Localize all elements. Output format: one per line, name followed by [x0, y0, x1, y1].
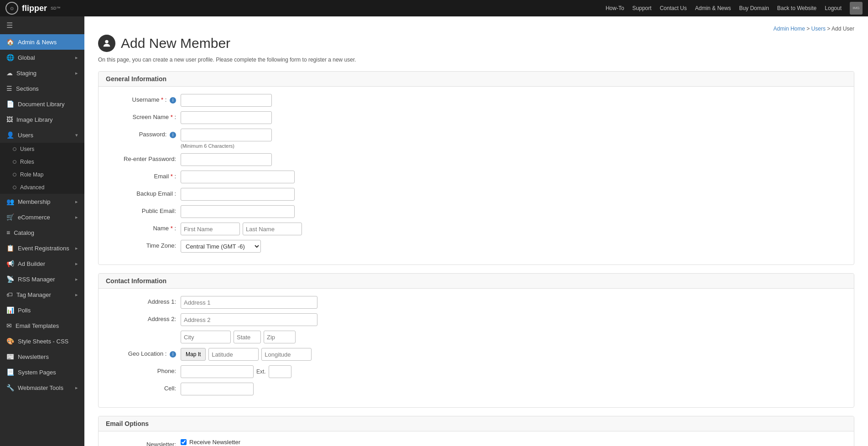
newsletter-row: Newsletter: Receive Newsletter [108, 439, 845, 446]
password-input[interactable] [181, 129, 272, 141]
phone-ext-input[interactable] [269, 365, 291, 378]
address2-input[interactable] [181, 313, 317, 326]
password-info-icon[interactable]: i [170, 132, 176, 138]
state-input[interactable] [234, 331, 261, 343]
admin-news-icon: 🏠 [6, 38, 14, 46]
page-title-area: Add New Member [98, 35, 854, 52]
sidebar-item-event-registrations[interactable]: 📋 Event Registrations ▸ [0, 240, 84, 256]
sidebar-item-tag-manager[interactable]: 🏷 Tag Manager ▸ [0, 287, 84, 302]
sidebar-item-users[interactable]: 👤 Users ▾ [0, 127, 84, 143]
sidebar-item-newsletters[interactable]: 📰 Newsletters [0, 349, 84, 364]
nav-admin-news[interactable]: Admin & News [695, 5, 731, 11]
email-options-heading: Email Options [99, 416, 854, 431]
sidebar-label-ad-builder: Ad Builder [18, 260, 45, 267]
breadcrumb-add-user: Add User [832, 26, 854, 32]
ecommerce-icon: 🛒 [6, 213, 14, 221]
sidebar-item-webmaster-tools[interactable]: 🔧 Webmaster Tools ▸ [0, 380, 84, 395]
membership-arrow: ▸ [75, 199, 78, 205]
sidebar-item-admin-news[interactable]: 🏠 Admin & News [0, 34, 84, 50]
phone-input[interactable] [181, 365, 254, 378]
contact-info-body: Address 1: Address 2: [99, 289, 854, 407]
city-state-zip-row [108, 331, 845, 343]
newsletter-label: Newsletter: [108, 439, 181, 446]
global-icon: 🌐 [6, 54, 14, 61]
sidebar-item-document-library[interactable]: 📄 Document Library [0, 96, 84, 112]
sidebar-item-polls[interactable]: 📊 Polls [0, 302, 84, 318]
sidebar-item-ad-builder[interactable]: 📢 Ad Builder ▸ [0, 256, 84, 271]
username-row: Username * : i [108, 94, 845, 107]
sidebar-label-newsletters: Newsletters [18, 353, 49, 360]
staging-icon: ☁ [6, 69, 13, 77]
event-registrations-arrow: ▸ [75, 245, 78, 251]
address1-row: Address 1: [108, 296, 845, 309]
sidebar-item-membership[interactable]: 👥 Membership ▸ [0, 194, 84, 209]
tag-manager-arrow: ▸ [75, 292, 78, 298]
nav-how-to[interactable]: How-To [606, 5, 624, 11]
sidebar-label-style-sheets: Style Sheets - CSS [18, 338, 68, 345]
sidebar-item-global[interactable]: 🌐 Global ▸ [0, 50, 84, 65]
breadcrumb-users[interactable]: Users [811, 26, 826, 32]
backup-email-label: Backup Email : [108, 188, 181, 197]
sidebar-sub-advanced[interactable]: Advanced [0, 181, 84, 194]
address1-input[interactable] [181, 296, 317, 309]
staging-arrow: ▸ [75, 70, 78, 76]
tag-manager-icon: 🏷 [6, 291, 13, 298]
nav-contact-us[interactable]: Contact Us [660, 5, 686, 11]
sidebar-sub-users[interactable]: Users [0, 143, 84, 156]
username-required: * [161, 96, 163, 103]
sidebar-sub-roles[interactable]: Roles [0, 156, 84, 168]
zip-input[interactable] [264, 331, 296, 343]
username-label: Username * : i [108, 94, 181, 104]
phone-label: Phone: [108, 365, 181, 374]
username-input[interactable] [181, 94, 272, 107]
sidebar-item-catalog[interactable]: ≡ Catalog [0, 225, 84, 240]
newsletter-checkbox-label[interactable]: Receive Newsletter [181, 439, 240, 446]
system-pages-icon: 📃 [6, 368, 14, 376]
sidebar-label-webmaster-tools: Webmaster Tools [18, 384, 63, 391]
role-map-dot [13, 173, 16, 176]
reenter-password-input[interactable] [181, 153, 272, 166]
sidebar-label-staging: Staging [16, 70, 36, 77]
nav-buy-domain[interactable]: Buy Domain [739, 5, 769, 11]
sidebar-item-staging[interactable]: ☁ Staging ▸ [0, 65, 84, 81]
logo-text: flipper [22, 4, 47, 13]
backup-email-input[interactable] [181, 188, 295, 201]
sidebar-item-system-pages[interactable]: 📃 System Pages [0, 364, 84, 380]
cell-input[interactable] [181, 383, 254, 395]
sidebar-item-style-sheets[interactable]: 🎨 Style Sheets - CSS [0, 333, 84, 349]
sidebar-item-rss-manager[interactable]: 📡 RSS Manager ▸ [0, 271, 84, 287]
sidebar-label-event-registrations: Event Registrations [18, 245, 69, 252]
screen-name-input[interactable] [181, 111, 272, 124]
sidebar-label-rss-manager: RSS Manager [18, 276, 55, 283]
nav-logout[interactable]: Logout [825, 5, 842, 11]
first-name-input[interactable] [181, 223, 240, 235]
hamburger-icon[interactable]: ☰ [0, 16, 84, 34]
sidebar-label-catalog: Catalog [14, 229, 34, 236]
nav-support[interactable]: Support [632, 5, 651, 11]
city-input[interactable] [181, 331, 231, 343]
style-sheets-icon: 🎨 [6, 337, 14, 345]
username-info-icon[interactable]: i [170, 97, 176, 104]
newsletter-checkbox[interactable] [181, 439, 187, 445]
cell-row: Cell: [108, 383, 845, 395]
screen-name-required: * [171, 114, 173, 120]
sidebar-item-ecommerce[interactable]: 🛒 eCommerce ▸ [0, 209, 84, 225]
map-it-button[interactable]: Map It [181, 348, 206, 361]
latitude-input[interactable] [208, 348, 259, 361]
geo-location-info-icon[interactable]: i [170, 351, 176, 358]
sidebar-sub-role-map[interactable]: Role Map [0, 168, 84, 181]
sidebar-item-image-library[interactable]: 🖼 Image Library [0, 112, 84, 127]
sidebar-item-email-templates[interactable]: ✉ Email Templates [0, 318, 84, 333]
email-options-section: Email Options Newsletter: Receive Newsle… [98, 416, 854, 446]
timezone-select[interactable]: Central Time (GMT -6) Eastern Time (GMT … [181, 240, 261, 253]
sidebar-sub-label-users: Users [20, 146, 34, 152]
sidebar-item-sections[interactable]: ☰ Sections [0, 81, 84, 96]
email-input[interactable] [181, 171, 295, 183]
last-name-input[interactable] [243, 223, 302, 235]
ext-label: Ext. [256, 368, 266, 375]
cell-label: Cell: [108, 383, 181, 392]
public-email-input[interactable] [181, 205, 295, 218]
breadcrumb-admin-home[interactable]: Admin Home [774, 26, 805, 32]
longitude-input[interactable] [261, 348, 312, 361]
nav-back-to-website[interactable]: Back to Website [777, 5, 816, 11]
